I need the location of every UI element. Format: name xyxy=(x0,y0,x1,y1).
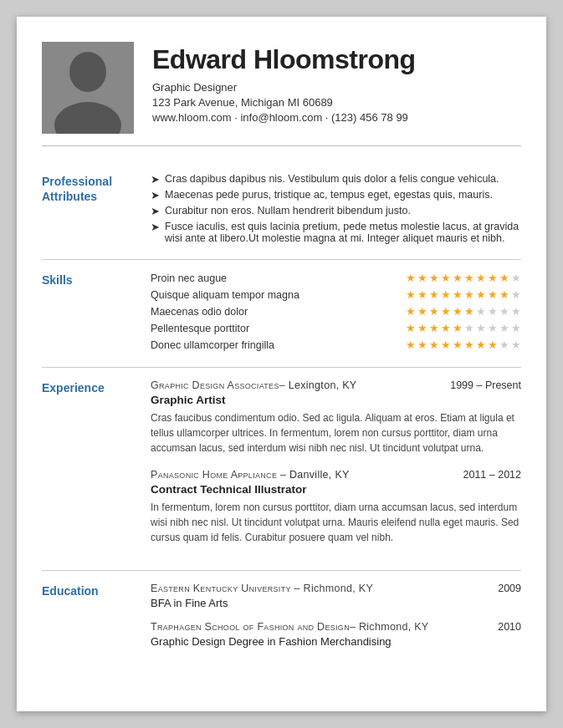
star-filled: ★ xyxy=(476,288,486,301)
exp-company: Graphic Design Associates– Lexington, KY xyxy=(151,379,356,391)
star-filled: ★ xyxy=(406,322,416,334)
experience-section: Experience Graphic Design Associates– Le… xyxy=(42,368,521,571)
star-empty: ★ xyxy=(499,339,509,351)
star-filled: ★ xyxy=(406,288,416,301)
experience-entry: Panasonic Home Appliance – Danville, KY2… xyxy=(151,469,521,545)
star-filled: ★ xyxy=(488,339,498,351)
star-filled: ★ xyxy=(441,322,451,334)
skill-stars: ★★★★★★★★★★ xyxy=(406,322,521,334)
edu-header: Traphagen School of Fashion and Design– … xyxy=(151,621,521,633)
star-filled: ★ xyxy=(488,288,498,301)
resume-header: Edward Hloomstrong Graphic Designer 123 … xyxy=(42,42,521,146)
star-filled: ★ xyxy=(429,339,439,351)
experience-entry: Graphic Design Associates– Lexington, KY… xyxy=(151,379,521,456)
skill-row: Maecenas odio dolor★★★★★★★★★★ xyxy=(151,305,521,318)
exp-role: Contract Technical Illustrator xyxy=(151,483,521,496)
skill-stars: ★★★★★★★★★★ xyxy=(406,288,521,301)
star-filled: ★ xyxy=(406,272,416,284)
star-empty: ★ xyxy=(464,322,474,334)
exp-header: Panasonic Home Appliance – Danville, KY2… xyxy=(151,469,521,481)
skill-stars: ★★★★★★★★★★ xyxy=(406,272,521,284)
education-entry: Traphagen School of Fashion and Design– … xyxy=(151,621,521,648)
star-filled: ★ xyxy=(476,339,486,351)
education-label: Education xyxy=(42,583,151,598)
star-filled: ★ xyxy=(429,288,439,301)
exp-dates: 1999 – Present xyxy=(450,379,521,391)
skills-label: Skills xyxy=(42,272,151,288)
exp-company: Panasonic Home Appliance – Danville, KY xyxy=(151,469,350,481)
star-empty: ★ xyxy=(511,322,521,334)
skill-name: Quisque aliquam tempor magna xyxy=(151,289,406,301)
experience-label: Experience xyxy=(42,379,151,395)
experience-content: Graphic Design Associates– Lexington, KY… xyxy=(151,379,521,558)
education-section: Education Eastern Kentucky University – … xyxy=(42,571,521,671)
star-filled: ★ xyxy=(406,305,416,318)
edu-header: Eastern Kentucky University – Richmond, … xyxy=(151,583,521,594)
star-filled: ★ xyxy=(453,288,463,301)
star-filled: ★ xyxy=(429,305,439,318)
education-content: Eastern Kentucky University – Richmond, … xyxy=(151,583,521,659)
professional-content: ➤Cras dapibus dapibus nis. Vestibulum qu… xyxy=(151,173,521,247)
professional-section: ProfessionalAttributes ➤Cras dapibus dap… xyxy=(42,161,521,260)
edu-year: 2010 xyxy=(498,621,521,633)
star-empty: ★ xyxy=(511,339,521,351)
skill-row: Quisque aliquam tempor magna★★★★★★★★★★ xyxy=(151,288,521,301)
skill-name: Maecenas odio dolor xyxy=(151,306,406,318)
candidate-address: 123 Park Avenue, Michigan MI 60689 xyxy=(152,96,521,109)
star-filled: ★ xyxy=(441,305,451,318)
star-empty: ★ xyxy=(499,322,509,334)
star-filled: ★ xyxy=(417,288,427,301)
exp-desc: In fermentum, lorem non cursus porttitor… xyxy=(151,500,521,545)
star-filled: ★ xyxy=(429,272,439,284)
star-filled: ★ xyxy=(417,272,427,284)
exp-desc: Cras faucibus condimentum odio. Sed ac l… xyxy=(151,410,521,456)
star-empty: ★ xyxy=(488,322,498,334)
star-empty: ★ xyxy=(476,322,486,334)
star-filled: ★ xyxy=(441,288,451,301)
candidate-title: Graphic Designer xyxy=(152,81,521,94)
skill-stars: ★★★★★★★★★★ xyxy=(406,305,521,318)
education-entry: Eastern Kentucky University – Richmond, … xyxy=(151,583,521,609)
star-filled: ★ xyxy=(417,322,427,334)
star-filled: ★ xyxy=(406,339,416,351)
skill-row: Donec ullamcorper fringilla★★★★★★★★★★ xyxy=(151,339,521,351)
candidate-name: Edward Hloomstrong xyxy=(152,45,521,74)
star-filled: ★ xyxy=(417,305,427,318)
star-empty: ★ xyxy=(476,305,486,318)
skill-name: Pellentesque porttitor xyxy=(151,323,406,334)
star-filled: ★ xyxy=(476,272,486,284)
star-filled: ★ xyxy=(453,339,463,351)
star-filled: ★ xyxy=(464,339,474,351)
edu-degree: Graphic Design Degree in Fashion Merchan… xyxy=(151,635,521,648)
star-filled: ★ xyxy=(499,288,509,301)
resume-page: Edward Hloomstrong Graphic Designer 123 … xyxy=(17,17,546,711)
star-empty: ★ xyxy=(511,305,521,318)
star-filled: ★ xyxy=(464,305,474,318)
star-empty: ★ xyxy=(511,272,521,284)
star-filled: ★ xyxy=(453,272,463,284)
edu-year: 2009 xyxy=(498,583,521,594)
edu-school: Eastern Kentucky University – Richmond, … xyxy=(151,583,373,594)
skill-stars: ★★★★★★★★★★ xyxy=(406,339,521,351)
star-filled: ★ xyxy=(441,339,451,351)
star-filled: ★ xyxy=(453,322,463,334)
professional-label: ProfessionalAttributes xyxy=(42,173,151,204)
star-empty: ★ xyxy=(511,288,521,301)
header-info: Edward Hloomstrong Graphic Designer 123 … xyxy=(152,42,521,124)
svg-point-1 xyxy=(69,52,106,92)
star-filled: ★ xyxy=(464,272,474,284)
star-empty: ★ xyxy=(499,305,509,318)
star-empty: ★ xyxy=(488,305,498,318)
skill-row: Pellentesque porttitor★★★★★★★★★★ xyxy=(151,322,521,334)
attr-list: ➤Cras dapibus dapibus nis. Vestibulum qu… xyxy=(151,173,521,244)
star-filled: ★ xyxy=(429,322,439,334)
skills-section: Skills Proin nec augue★★★★★★★★★★Quisque … xyxy=(42,260,521,368)
candidate-web: www.hloom.com · info@hloom.com · (123) 4… xyxy=(152,111,521,124)
skill-row: Proin nec augue★★★★★★★★★★ xyxy=(151,272,521,284)
star-filled: ★ xyxy=(417,339,427,351)
skill-name: Donec ullamcorper fringilla xyxy=(151,339,406,351)
attr-item: ➤Curabitur non eros. Nullam hendrerit bi… xyxy=(151,205,521,217)
exp-header: Graphic Design Associates– Lexington, KY… xyxy=(151,379,521,391)
star-filled: ★ xyxy=(488,272,498,284)
edu-degree: BFA in Fine Arts xyxy=(151,597,521,609)
